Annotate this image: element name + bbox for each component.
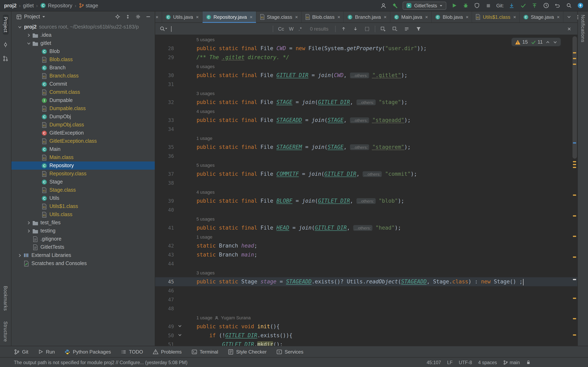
history-button[interactable] [542,2,550,9]
line-number-gutter[interactable]: 50 [155,331,184,340]
collapse-all-icon[interactable] [125,13,131,20]
toolwindow-stripe-project[interactable]: Project [3,15,8,34]
caret-position[interactable]: 45:107 [427,360,441,365]
project-panel-title[interactable]: Project [24,14,40,20]
locate-icon[interactable] [114,13,121,20]
line-number-gutter[interactable]: 38 [155,179,184,188]
user-icon[interactable] [380,2,387,9]
tree-item-main-class[interactable]: 01Main.class [11,153,155,161]
tree-item-repository[interactable]: CRepository [11,161,155,170]
code-line-text[interactable]: public static final File COMMITF = join(… [184,170,577,179]
line-number-gutter[interactable]: 28 [155,44,184,53]
stripe-mark[interactable] [573,161,576,162]
stripe-mark[interactable] [573,164,576,165]
tree-item-testing[interactable]: testing [11,227,155,235]
line-number-gutter[interactable]: 32 [155,98,184,107]
code-line-text[interactable]: GITLET_DIR.mkdir(); [184,340,577,346]
code-line-text[interactable]: public static final File STAGE = join(GI… [184,98,577,107]
hide-panel-icon[interactable] [145,13,151,20]
tab-utils-1-class[interactable]: 01Utils$1.class× [472,11,520,22]
line-number-gutter[interactable]: 31 [155,80,184,89]
previous-problem-icon[interactable] [545,40,550,44]
line-number-gutter[interactable]: 30 [155,71,184,80]
line-number-gutter[interactable]: 40 [155,206,184,215]
usages-hint[interactable]: 5 usages [184,215,577,224]
close-tab-icon[interactable]: × [384,15,387,19]
code-line-text[interactable] [184,304,577,313]
code-line-text[interactable] [184,80,577,89]
git-branch-widget[interactable]: main [503,360,520,365]
chevron-down-icon[interactable] [26,41,31,45]
add-occurrence-icon[interactable] [379,25,387,33]
multiline-search-icon[interactable] [403,25,411,33]
toolwindow-button-style-checker[interactable]: Style Checker [228,349,267,355]
code-line-text[interactable] [184,295,577,304]
close-tab-icon[interactable]: × [425,15,428,19]
usages-hint-label[interactable]: 5 usages [196,161,215,170]
usages-hint[interactable]: 1 usage [184,134,577,143]
error-stripe[interactable] [572,35,577,346]
readonly-lock-icon[interactable] [526,360,531,365]
tree-item-commit[interactable]: CCommit [11,80,155,88]
tree-item-utils-1-class[interactable]: 01Utils$1.class [11,202,155,210]
tabs-chevron-down-icon[interactable] [567,15,571,19]
usages-hint-label[interactable]: 3 usages [196,268,215,277]
line-number-gutter[interactable]: 43 [155,250,184,259]
search-icon[interactable] [159,25,167,33]
stripe-mark[interactable] [573,142,576,143]
match-case-toggle[interactable]: Cc [277,25,285,32]
coverage-button[interactable] [474,2,481,9]
line-number-gutter[interactable]: 37 [155,170,184,179]
tree-item-gitletexception-class[interactable]: 01GitletException.class [11,137,155,145]
line-number-gutter[interactable]: 33 [155,116,184,125]
line-number-gutter[interactable] [155,35,184,44]
usages-hint-label[interactable]: 6 usages [196,62,215,71]
git-commit-button[interactable] [519,2,527,9]
run-button[interactable] [450,2,458,9]
code-line-text[interactable]: static Branch main; [184,250,577,259]
next-occurrence-icon[interactable] [351,25,360,33]
close-tab-icon[interactable]: × [513,15,516,19]
exclude-occurrence-icon[interactable] [391,25,399,33]
breadcrumb-item-proj2[interactable]: proj2 [4,3,17,8]
chevron-right-icon[interactable] [26,220,31,225]
usages-hint-label[interactable]: 5 usages [196,35,215,44]
tree-item-gitlet[interactable]: gitlet [11,39,155,47]
code-line-text[interactable] [184,125,577,134]
line-number-gutter[interactable]: 34 [155,125,184,134]
line-ending-select[interactable]: LF [447,360,453,365]
commit-icon[interactable] [2,41,9,48]
stripe-mark[interactable] [573,236,576,237]
chevron-right-icon[interactable] [26,33,31,37]
close-tab-icon[interactable]: × [196,15,199,19]
chevron-right-icon[interactable] [17,253,22,258]
usages-hint[interactable]: 3 usages [184,89,577,98]
stripe-mark[interactable] [573,215,576,217]
whole-words-toggle[interactable]: W [288,25,295,32]
line-number-gutter[interactable] [155,268,184,277]
toolwindow-button-problems[interactable]: Problems [153,349,182,355]
breadcrumb-item-stage[interactable]: stage [79,3,98,8]
chevron-down-icon[interactable] [42,15,45,18]
tree-item-commit-class[interactable]: 01Commit.class [11,88,155,96]
line-number-gutter[interactable]: 46 [155,286,184,295]
tab-branch-java[interactable]: CBranch.java× [344,11,390,22]
usages-hint[interactable]: 4 usages [184,188,577,197]
tab-blob-class[interactable]: 01Blob.class× [302,11,344,22]
stripe-mark[interactable] [573,194,576,196]
usages-hint-label[interactable]: 1 usage [196,134,212,143]
tree-item-stage[interactable]: CStage [11,178,155,186]
usages-hint-label[interactable]: 5 usages [196,215,215,224]
close-tab-icon[interactable]: × [156,15,158,19]
stripe-mark[interactable] [573,279,576,280]
regex-toggle[interactable]: .* [297,25,303,32]
line-number-gutter[interactable]: 39 [155,197,184,206]
close-tab-icon[interactable]: × [295,15,298,19]
line-number-gutter[interactable]: 35 [155,143,184,152]
filter-search-icon[interactable] [415,25,423,33]
chevron-down-icon[interactable] [17,25,22,29]
code-line-text[interactable] [184,286,577,295]
tree-item-test-files[interactable]: test_files [11,218,155,227]
line-number-gutter[interactable] [155,161,184,170]
stripe-mark[interactable] [573,167,576,168]
